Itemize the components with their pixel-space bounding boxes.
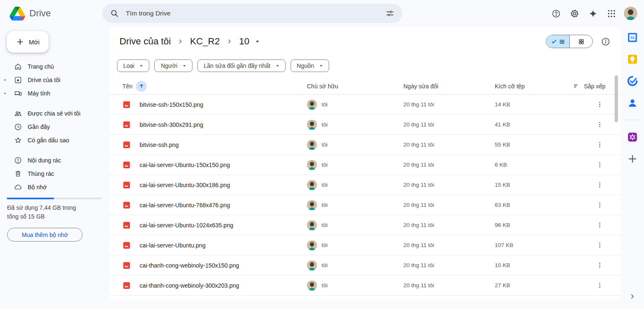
file-row[interactable]: bitvise-ssh.pngtôi20 thg 11 tôi55 KB: [109, 135, 621, 155]
side-panel-get-addons-icon[interactable]: [627, 153, 638, 165]
filter-chip-modified[interactable]: Lần sửa đổi gần đây nhất: [197, 59, 286, 72]
header-row: Drive của tôiKC_R210: [109, 27, 621, 56]
column-header-size[interactable]: Kích cỡ tệp: [495, 83, 570, 90]
expand-arrow-icon[interactable]: [3, 78, 7, 82]
file-name-cell: cai-thanh-cong-webinoly-150x150.png: [122, 261, 307, 270]
owner-avatar: [307, 160, 317, 170]
owner-avatar: [307, 180, 317, 190]
sort-menu-button[interactable]: Sắp xếp: [573, 82, 621, 90]
search-bar[interactable]: Tìm trong Drive: [102, 4, 402, 23]
search-options-icon[interactable]: [382, 5, 398, 22]
file-menu-button[interactable]: [596, 242, 621, 249]
file-owner-cell: tôi: [307, 281, 403, 291]
file-row[interactable]: bitvise-ssh-300x291.pngtôi20 thg 11 tôi4…: [109, 115, 621, 135]
buy-storage-button[interactable]: Mua thêm bộ nhớ: [7, 228, 83, 242]
filter-chip-type[interactable]: Loại: [117, 59, 149, 72]
column-header-owner[interactable]: Chủ sở hữu: [307, 83, 403, 90]
file-menu-button[interactable]: [596, 282, 621, 289]
more-options-icon: [596, 282, 603, 289]
breadcrumb-segment[interactable]: KC_R2: [187, 34, 222, 49]
side-panel-calendar-icon[interactable]: 31: [627, 32, 638, 43]
sidebar-item-my-drive[interactable]: Drive của tôi: [0, 73, 109, 87]
sidebar-item-shared[interactable]: Được chia sẻ với tôi: [0, 107, 109, 120]
svg-text:31: 31: [630, 35, 635, 40]
file-row[interactable]: cai-thanh-cong-webinoly-150x150.pngtôi20…: [109, 255, 621, 276]
file-owner-cell: tôi: [307, 180, 403, 190]
chevron-down-icon: [318, 62, 325, 69]
breadcrumb-segment[interactable]: Drive của tôi: [117, 34, 173, 49]
file-row[interactable]: cai-lai-server-Ubuntu-150x150.pngtôi20 t…: [109, 155, 621, 175]
breadcrumb-segment[interactable]: 10: [236, 34, 252, 49]
side-panel-contacts-icon[interactable]: [627, 97, 638, 108]
file-menu-button[interactable]: [596, 181, 621, 188]
user-avatar[interactable]: [624, 7, 637, 20]
file-name: cai-lai-server-Ubuntu-300x186.png: [140, 182, 230, 188]
sidebar-item-recent[interactable]: Gần đây: [0, 120, 109, 134]
sidebar-item-label: Drive của tôi: [28, 77, 60, 83]
side-panel-rail: 31: [621, 27, 644, 309]
owner-avatar: [307, 200, 317, 210]
file-menu-button[interactable]: [596, 141, 621, 148]
file-name: cai-lai-server-Ubuntu-1024x635.png: [140, 222, 233, 229]
file-row[interactable]: cai-lai-server-Ubuntu-1024x635.pngtôi20 …: [109, 215, 621, 235]
drive-logo-icon[interactable]: [10, 7, 25, 21]
filter-chip-label: Loại: [123, 62, 134, 69]
details-info-icon[interactable]: [597, 33, 614, 50]
column-header-name[interactable]: Tên: [122, 81, 307, 92]
sidebar-item-storage[interactable]: Bộ nhớ: [0, 180, 109, 194]
file-size-cell: 14 KB: [495, 101, 570, 108]
side-panel-chatgpt-icon[interactable]: [627, 131, 638, 143]
filter-chip-label: Lần sửa đổi gần đây nhất: [204, 62, 270, 69]
sidebar-item-spam[interactable]: Nội dung rác: [0, 154, 109, 167]
more-options-icon: [596, 181, 603, 188]
topbar-actions: [548, 0, 637, 27]
owner-avatar: [307, 120, 317, 130]
file-name-cell: cai-lai-server-Ubuntu.png: [122, 241, 307, 250]
file-row[interactable]: cai-thanh-cong-webinoly-300x203.pngtôi20…: [109, 276, 621, 296]
file-row[interactable]: [109, 296, 621, 301]
sidebar-nav: Trang chủDrive của tôiMáy tínhĐược chia …: [0, 60, 109, 194]
file-modified-cell: 20 thg 11 tôi: [403, 202, 495, 208]
gemini-sparkle-icon[interactable]: [584, 5, 601, 22]
file-row[interactable]: cai-lai-server-Ubuntu-768x476.pngtôi20 t…: [109, 195, 621, 215]
filter-chip-people[interactable]: Người: [154, 59, 192, 72]
column-header-modified[interactable]: Ngày sửa đổi: [403, 83, 495, 90]
settings-gear-icon[interactable]: [566, 5, 583, 22]
apps-grid-icon[interactable]: [603, 5, 620, 22]
sidebar-item-starred[interactable]: Có gắn dấu sao: [0, 134, 109, 147]
file-size-cell: 41 KB: [495, 121, 570, 128]
file-owner-cell: tôi: [307, 100, 403, 110]
more-options-icon: [596, 201, 603, 209]
hide-side-panel-chevron-icon[interactable]: [627, 291, 637, 301]
help-icon[interactable]: [548, 5, 564, 22]
file-row[interactable]: cai-lai-server-Ubuntu-300x186.pngtôi20 t…: [109, 175, 621, 195]
file-menu-button[interactable]: [596, 262, 621, 269]
file-modified-cell: 20 thg 11 tôi: [403, 262, 495, 268]
side-panel-tasks-icon[interactable]: [627, 75, 638, 87]
file-menu-button[interactable]: [596, 221, 621, 229]
sidebar-item-home[interactable]: Trang chủ: [0, 60, 109, 73]
file-menu-button[interactable]: [596, 201, 621, 209]
breadcrumb-caret-icon[interactable]: [254, 38, 261, 45]
list-view-button[interactable]: [546, 35, 569, 48]
sidebar-item-label: Gần đây: [28, 124, 50, 130]
grid-view-button[interactable]: [569, 35, 592, 48]
sidebar-item-computers[interactable]: Máy tính: [0, 87, 109, 100]
filter-chip-label: Người: [161, 62, 177, 69]
vertical-scrollbar[interactable]: [615, 75, 618, 122]
new-button[interactable]: Mới: [7, 31, 49, 53]
filter-chips: LoạiNgườiLần sửa đổi gần đây nhấtNguồn: [109, 56, 621, 75]
sort-ascending-icon[interactable]: [136, 81, 147, 92]
file-owner-cell: tôi: [307, 200, 403, 210]
file-row[interactable]: bitvise-ssh-150x150.pngtôi20 thg 11 tôi1…: [109, 95, 621, 115]
filter-chip-source[interactable]: Nguồn: [291, 59, 329, 72]
breadcrumb-chevron-icon: [177, 38, 184, 45]
expand-arrow-icon[interactable]: [3, 91, 7, 95]
sidebar-item-trash[interactable]: Thùng rác: [0, 167, 109, 180]
file-owner-cell: tôi: [307, 260, 403, 270]
file-size-cell: 6 KB: [495, 162, 570, 168]
file-row[interactable]: cai-lai-server-Ubuntu.pngtôi20 thg 11 tô…: [109, 235, 621, 255]
side-panel-keep-icon[interactable]: [627, 54, 638, 65]
file-menu-button[interactable]: [596, 161, 621, 168]
search-input[interactable]: Tìm trong Drive: [126, 10, 382, 17]
